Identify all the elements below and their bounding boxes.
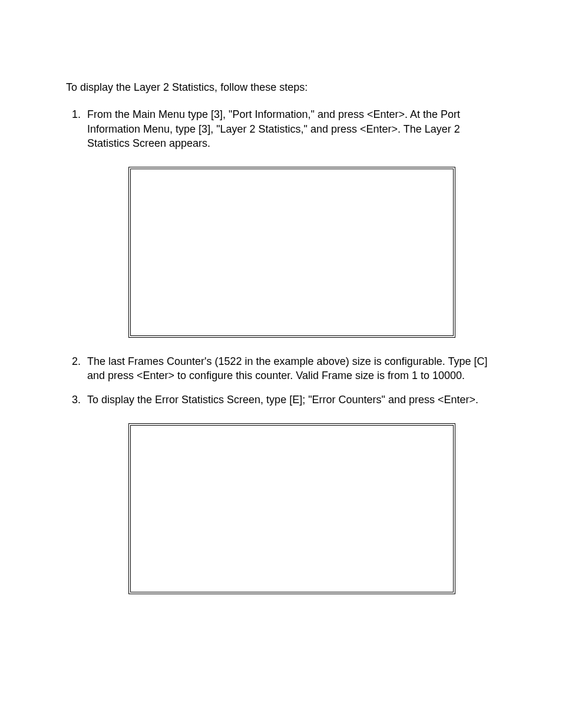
step-1-key-1: 3 xyxy=(214,108,220,120)
step-2-text-a: The last Frames Counter's (1522 in the e… xyxy=(87,355,477,367)
step-3: To display the Error Statistics Screen, … xyxy=(84,393,496,594)
document-page: To display the Layer 2 Statistics, follo… xyxy=(0,0,562,728)
step-1-key-2: 3 xyxy=(201,123,207,135)
step-2: The last Frames Counter's (1522 in the e… xyxy=(84,354,496,383)
step-1-text-a: From the Main Menu type [ xyxy=(87,108,214,120)
step-3-text-b: ]; "Error Counters" and press <Enter>. xyxy=(299,394,478,406)
layer2-statistics-screen-placeholder xyxy=(128,167,455,338)
error-statistics-screen-placeholder xyxy=(128,423,455,594)
step-1: From the Main Menu type [3], "Port Infor… xyxy=(84,107,496,338)
step-2-key-1: C xyxy=(477,355,484,367)
step-3-text-a: To display the Error Statistics Screen, … xyxy=(87,394,292,406)
intro-paragraph: To display the Layer 2 Statistics, follo… xyxy=(66,80,496,94)
step-3-key-1: E xyxy=(292,394,299,406)
steps-list: From the Main Menu type [3], "Port Infor… xyxy=(66,107,496,594)
